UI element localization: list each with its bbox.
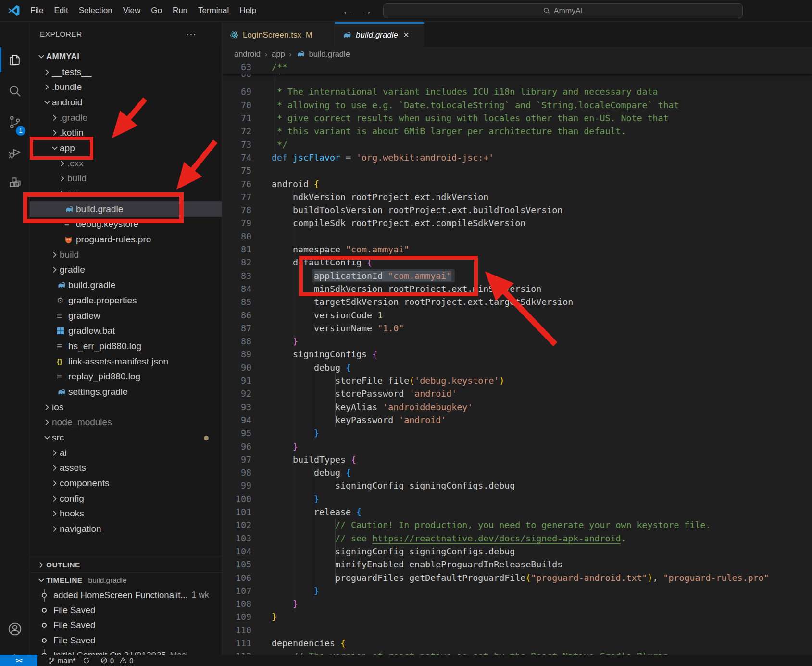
code-line-112[interactable]: 112 // The version of react-native is se… — [222, 650, 812, 655]
tree-item-settings-gradle[interactable]: settings.gradle — [30, 384, 222, 400]
tree-item-node-modules[interactable]: node_modules — [30, 415, 222, 430]
explorer-more-icon[interactable]: ··· — [186, 29, 197, 39]
code-line-80[interactable]: 80 — [222, 230, 812, 243]
breadcrumb-file[interactable]: build.gradle — [309, 50, 350, 59]
code-line-71[interactable]: 71 * give correct results when using wit… — [222, 112, 812, 125]
code-line-96[interactable]: 96 } — [222, 440, 812, 453]
problems-indicator[interactable]: 0 0 — [100, 657, 133, 665]
forward-icon[interactable]: → — [362, 5, 372, 17]
tree-item-debug-keystore[interactable]: ≡debug.keystore — [30, 217, 222, 232]
timeline-item-added-homescreen-functionalit[interactable]: added HomeScreen Functionalit...1 wk — [30, 588, 222, 603]
menu-item-terminal[interactable]: Terminal — [193, 6, 234, 15]
code-line-106[interactable]: 106 proguardFiles getDefaultProguardFile… — [222, 571, 812, 584]
outline-section-header[interactable]: OUTLINE — [30, 557, 222, 572]
tree-item-app[interactable]: app — [30, 140, 222, 156]
code-line-85[interactable]: 85 targetSdkVersion rootProject.ext.targ… — [222, 295, 812, 308]
menu-item-selection[interactable]: Selection — [74, 6, 118, 15]
code-line-99[interactable]: 99 signingConfig signingConfigs.debug — [222, 479, 812, 492]
code-line-100[interactable]: 100 } — [222, 492, 812, 505]
code-line-109[interactable]: 109} — [222, 610, 812, 623]
tree-item-build[interactable]: build — [30, 171, 222, 187]
explorer-icon[interactable] — [0, 47, 30, 72]
code-line-98[interactable]: 98 debug { — [222, 466, 812, 479]
code-editor[interactable]: 63/** 68 *69 * The international variant… — [222, 61, 812, 655]
tree-item-navigation[interactable]: navigation — [30, 521, 222, 537]
tree-item-assets[interactable]: assets — [30, 461, 222, 476]
menu-item-run[interactable]: Run — [167, 6, 193, 15]
code-line-91[interactable]: 91 storeFile file('debug.keystore') — [222, 374, 812, 387]
tree-item-ammyai[interactable]: AMMYAI — [30, 49, 222, 64]
tab-loginscreen[interactable]: LoginScreen.tsx M — [222, 22, 335, 48]
search-view-icon[interactable] — [0, 78, 30, 103]
code-line-82[interactable]: 82 defaultConfig { — [222, 256, 812, 269]
code-line-110[interactable]: 110 — [222, 624, 812, 637]
code-line-95[interactable]: 95 } — [222, 427, 812, 440]
code-line-81[interactable]: 81 namespace "com.ammyai" — [222, 243, 812, 256]
timeline-item-file-saved[interactable]: File Saved — [30, 618, 222, 633]
code-line-74[interactable]: 74def jscFlavor = 'org.webkit:android-js… — [222, 151, 812, 164]
code-line-108[interactable]: 108 } — [222, 597, 812, 610]
tree-item-components[interactable]: components — [30, 476, 222, 491]
code-line-101[interactable]: 101 release { — [222, 505, 812, 518]
tree-item-hs-err-pid880-log[interactable]: ≡hs_err_pid880.log — [30, 339, 222, 354]
timeline-item-file-saved[interactable]: File Saved — [30, 603, 222, 617]
timeline-section-header[interactable]: TIMELINE build.gradle — [30, 572, 222, 588]
tree-item-config[interactable]: config — [30, 491, 222, 506]
extensions-icon[interactable] — [0, 171, 30, 196]
code-line-76[interactable]: 76android { — [222, 177, 812, 190]
timeline-item-file-saved[interactable]: File Saved — [30, 633, 222, 648]
tab-build-gradle[interactable]: build.gradle × — [335, 22, 424, 48]
code-line-77[interactable]: 77 ndkVersion rootProject.ext.ndkVersion — [222, 190, 812, 203]
tree-item-gradle[interactable]: gradle — [30, 263, 222, 278]
tree-item-build-gradle[interactable]: build.gradle — [30, 277, 222, 293]
breadcrumb-app[interactable]: app — [272, 50, 285, 59]
timeline-item-initial-commit-on-31-012025[interactable]: Initial Commit On 31/012025Macl... — [30, 648, 222, 655]
breadcrumb-android[interactable]: android — [234, 50, 261, 59]
run-debug-icon[interactable] — [0, 140, 30, 165]
account-icon[interactable] — [0, 616, 30, 641]
tree-item-build-gradle[interactable]: build.gradle — [30, 201, 222, 217]
code-line-73[interactable]: 73 */ — [222, 138, 812, 151]
close-icon[interactable]: × — [403, 29, 409, 40]
tree-item-hooks[interactable]: hooks — [30, 506, 222, 522]
menu-item-file[interactable]: File — [25, 6, 49, 15]
code-line-72[interactable]: 72 * this variant is about 6MiB larger p… — [222, 125, 812, 138]
tree-item-replay-pid880-log[interactable]: ≡replay_pid880.log — [30, 369, 222, 384]
command-center-search[interactable]: AmmyAI — [383, 3, 743, 18]
code-line-104[interactable]: 104 signingConfig signingConfigs.debug — [222, 545, 812, 558]
code-line-93[interactable]: 93 keyAlias 'androiddebugkey' — [222, 401, 812, 414]
code-line-90[interactable]: 90 debug { — [222, 361, 812, 374]
tree-item-src[interactable]: src — [30, 186, 222, 201]
back-icon[interactable]: ← — [342, 5, 352, 17]
menu-item-edit[interactable]: Edit — [49, 6, 73, 15]
code-line-94[interactable]: 94 keyPassword 'android' — [222, 414, 812, 427]
code-line-69[interactable]: 69 * The international variant includes … — [222, 85, 812, 98]
tree-item-link-assets-manifest-json[interactable]: {}link-assets-manifest.json — [30, 354, 222, 369]
menu-item-help[interactable]: Help — [234, 6, 262, 15]
code-line-83[interactable]: 83 applicationId "com.ammyai" — [222, 269, 812, 282]
code-line-88[interactable]: 88 } — [222, 335, 812, 348]
menu-item-view[interactable]: View — [118, 6, 146, 15]
branch-indicator[interactable]: main* — [48, 657, 90, 665]
tree-item-gradle[interactable]: .gradle — [30, 110, 222, 126]
remote-indicator[interactable]: >< — [0, 655, 37, 666]
tree-item-kotlin[interactable]: .kotlin — [30, 125, 222, 140]
tree-item-build[interactable]: build — [30, 247, 222, 263]
code-line-103[interactable]: 103 // see https://reactnative.dev/docs/… — [222, 532, 812, 545]
code-line-92[interactable]: 92 storePassword 'android' — [222, 387, 812, 400]
tree-item-cxx[interactable]: .cxx — [30, 156, 222, 171]
sticky-scroll-line[interactable]: 63/** — [222, 61, 812, 74]
code-line-84[interactable]: 84 minSdkVersion rootProject.ext.minSdkV… — [222, 282, 812, 295]
code-line-105[interactable]: 105 minifyEnabled enableProguardInReleas… — [222, 558, 812, 571]
tree-item-gradlew[interactable]: ≡gradlew — [30, 308, 222, 324]
code-line-102[interactable]: 102 // Caution! In production, you need … — [222, 518, 812, 531]
code-line-78[interactable]: 78 buildToolsVersion rootProject.ext.bui… — [222, 203, 812, 216]
menu-item-go[interactable]: Go — [146, 6, 167, 15]
tree-item-android[interactable]: android — [30, 95, 222, 110]
tree-item-ios[interactable]: ios — [30, 400, 222, 415]
tree-item-gradle-properties[interactable]: ⚙gradle.properties — [30, 293, 222, 308]
tree-item-ai[interactable]: ai — [30, 445, 222, 461]
code-line-89[interactable]: 89 signingConfigs { — [222, 348, 812, 361]
code-line-87[interactable]: 87 versionName "1.0" — [222, 322, 812, 335]
tree-item-src[interactable]: src — [30, 430, 222, 445]
